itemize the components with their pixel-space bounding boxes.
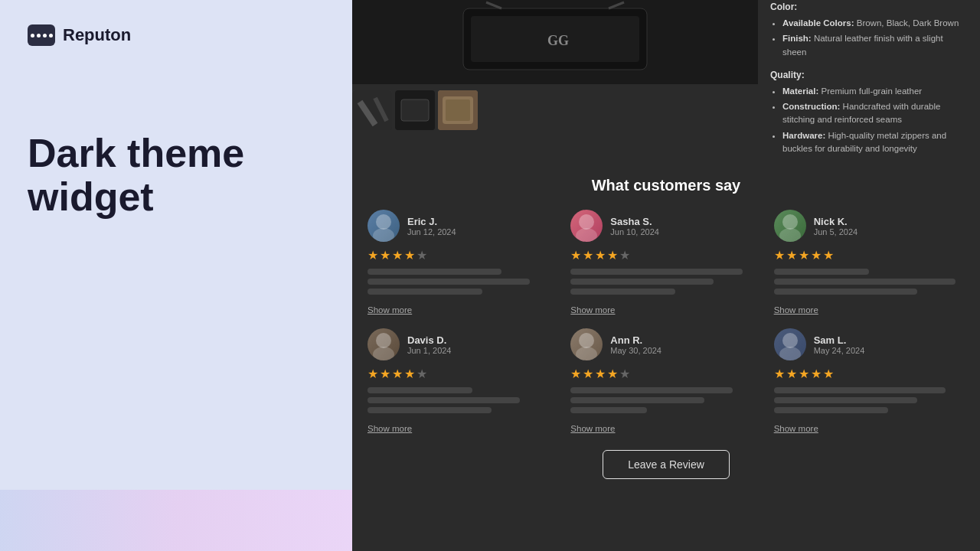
- star-filled: ★: [368, 248, 378, 262]
- review-line: [774, 387, 946, 393]
- svg-point-24: [576, 347, 597, 360]
- star-filled: ★: [570, 248, 581, 262]
- show-more-button[interactable]: Show more: [774, 424, 818, 433]
- review-line: [570, 397, 704, 403]
- review-line: [774, 407, 889, 413]
- star-empty: ★: [619, 367, 630, 381]
- star-empty: ★: [416, 248, 427, 262]
- reviews-title: What customers say: [368, 177, 965, 194]
- svg-point-22: [373, 347, 394, 360]
- review-line: [774, 289, 917, 295]
- color-list: Available Colors: Brown, Black, Dark Bro…: [770, 17, 968, 59]
- thumbnail-1[interactable]: [352, 90, 392, 130]
- review-line: [570, 269, 742, 275]
- review-line: [368, 269, 501, 275]
- reviewer-meta: Davis D. Jun 1, 2024: [407, 334, 452, 355]
- avatar: [570, 210, 603, 242]
- review-lines: [774, 387, 965, 413]
- quality-item-2: Construction: Handcrafted with durable s…: [782, 100, 968, 127]
- reviewer-meta: Nick K. Jun 5, 2024: [814, 216, 858, 236]
- color-item-1: Available Colors: Brown, Black, Dark Bro…: [782, 17, 968, 30]
- product-section: GG: [352, 0, 980, 165]
- logo-dot: [49, 34, 53, 37]
- show-more-button[interactable]: Show more: [774, 305, 818, 315]
- review-card: Sasha S. Jun 10, 2024 ★★★★★ Show more: [570, 210, 761, 316]
- review-lines: [368, 269, 558, 295]
- leave-review-button[interactable]: Leave a Review: [603, 450, 730, 479]
- logo-dots: [31, 34, 53, 37]
- star-filled: ★: [570, 367, 581, 381]
- avatar-img: [570, 328, 603, 360]
- star-filled: ★: [595, 367, 606, 381]
- logo-text: Reputon: [63, 25, 131, 45]
- show-more-button[interactable]: Show more: [570, 305, 615, 315]
- thumbnail-3[interactable]: [438, 90, 478, 130]
- show-more-button[interactable]: Show more: [570, 424, 615, 433]
- bottom-gradient-decoration: [0, 490, 352, 551]
- right-panel[interactable]: GG: [352, 0, 980, 551]
- reviewer-date: Jun 12, 2024: [407, 227, 456, 236]
- avatar: [774, 328, 806, 360]
- quality-list: Material: Premium full-grain leather Con…: [770, 85, 968, 155]
- review-line: [774, 279, 956, 285]
- reviewer-name: Sasha S.: [610, 216, 659, 227]
- reviewer-name: Nick K.: [814, 216, 858, 227]
- svg-point-25: [782, 333, 798, 348]
- reviewer-info: Ann R. May 30, 2024: [570, 328, 761, 360]
- logo-icon: [28, 24, 55, 46]
- hero-title: Dark theme widget: [28, 132, 325, 219]
- show-more-button[interactable]: Show more: [368, 305, 412, 315]
- review-line: [368, 387, 472, 393]
- avatar: [368, 210, 400, 242]
- avatar-img: [368, 210, 400, 242]
- star-filled: ★: [811, 248, 822, 262]
- reviewer-meta: Ann R. May 30, 2024: [610, 334, 662, 355]
- stars: ★★★★★: [368, 367, 558, 381]
- svg-point-21: [376, 333, 391, 348]
- bag-svg: GG: [387, 1, 724, 83]
- thumbnail-2[interactable]: [395, 90, 435, 130]
- star-filled: ★: [607, 248, 618, 262]
- reviewer-info: Nick K. Jun 5, 2024: [774, 210, 965, 242]
- quality-title: Quality:: [770, 68, 968, 82]
- color-title: Color:: [770, 0, 968, 14]
- svg-point-18: [576, 228, 597, 242]
- star-filled: ★: [774, 367, 785, 381]
- star-filled: ★: [368, 367, 378, 381]
- show-more-button[interactable]: Show more: [368, 424, 412, 433]
- star-filled: ★: [380, 367, 390, 381]
- thumbnail-row: [352, 84, 758, 130]
- star-filled: ★: [392, 248, 403, 262]
- review-line: [570, 279, 714, 285]
- stars: ★★★★★: [570, 248, 761, 262]
- star-empty: ★: [416, 367, 427, 381]
- product-images: GG: [352, 0, 758, 165]
- review-card: Nick K. Jun 5, 2024 ★★★★★ Show more: [774, 210, 965, 316]
- avatar: [570, 328, 603, 360]
- hero-text: Dark theme widget: [0, 70, 352, 219]
- avatar: [368, 328, 400, 360]
- avatar-img: [774, 210, 806, 242]
- reviewer-date: May 30, 2024: [610, 346, 662, 355]
- review-card: Sam L. May 24, 2024 ★★★★★ Show more: [774, 328, 965, 435]
- review-line: [774, 397, 917, 403]
- review-line: [570, 387, 733, 393]
- review-line: [368, 397, 520, 403]
- reviewer-meta: Sam L. May 24, 2024: [814, 334, 865, 355]
- thumb2-img: [395, 90, 435, 130]
- svg-rect-11: [401, 99, 429, 121]
- review-card: Davis D. Jun 1, 2024 ★★★★★ Show more: [368, 328, 558, 435]
- avatar: [774, 210, 806, 242]
- review-lines: [368, 387, 558, 413]
- star-filled: ★: [774, 248, 785, 262]
- star-filled: ★: [380, 248, 390, 262]
- star-filled: ★: [786, 248, 797, 262]
- stars: ★★★★★: [774, 367, 965, 381]
- review-line: [774, 269, 870, 275]
- review-card: Eric J. Jun 12, 2024 ★★★★★ Show more: [368, 210, 558, 316]
- svg-point-19: [782, 214, 798, 230]
- avatar-img: [774, 328, 806, 360]
- logo-dot: [43, 34, 47, 37]
- svg-point-23: [579, 333, 594, 348]
- review-line: [368, 407, 492, 413]
